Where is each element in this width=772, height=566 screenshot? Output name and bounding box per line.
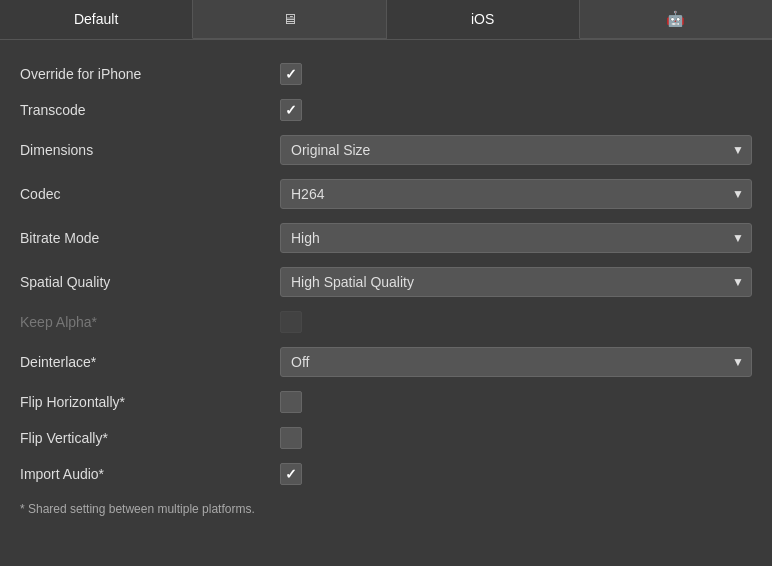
select-codec[interactable]: H264 H265 ProRes xyxy=(280,179,752,209)
row-dimensions: Dimensions Original Size Custom 720p 108… xyxy=(20,128,752,172)
control-dimensions: Original Size Custom 720p 1080p ▼ xyxy=(280,135,752,165)
row-import-audio: Import Audio* xyxy=(20,456,752,492)
checkbox-flip-horizontally[interactable] xyxy=(280,391,302,413)
tab-default-label: Default xyxy=(74,11,118,27)
control-keep-alpha xyxy=(280,311,752,333)
label-deinterlace: Deinterlace* xyxy=(20,354,280,370)
row-flip-vertically: Flip Vertically* xyxy=(20,420,752,456)
checkbox-import-audio[interactable] xyxy=(280,463,302,485)
label-override-iphone: Override for iPhone xyxy=(20,66,280,82)
control-import-audio xyxy=(280,463,752,485)
row-codec: Codec H264 H265 ProRes ▼ xyxy=(20,172,752,216)
control-flip-horizontally xyxy=(280,391,752,413)
row-spatial-quality: Spatial Quality High Spatial Quality Med… xyxy=(20,260,752,304)
row-keep-alpha: Keep Alpha* xyxy=(20,304,752,340)
tab-monitor[interactable] xyxy=(193,0,386,39)
control-bitrate-mode: High Medium Low ▼ xyxy=(280,223,752,253)
label-flip-horizontally: Flip Horizontally* xyxy=(20,394,280,410)
row-flip-horizontally: Flip Horizontally* xyxy=(20,384,752,420)
settings-panel: Override for iPhone Transcode Dimensions… xyxy=(0,40,772,566)
row-transcode: Transcode xyxy=(20,92,752,128)
checkbox-flip-vertically[interactable] xyxy=(280,427,302,449)
checkbox-transcode[interactable] xyxy=(280,99,302,121)
checkbox-keep-alpha xyxy=(280,311,302,333)
row-deinterlace: Deinterlace* Off On ▼ xyxy=(20,340,752,384)
row-bitrate-mode: Bitrate Mode High Medium Low ▼ xyxy=(20,216,752,260)
row-override-iphone: Override for iPhone xyxy=(20,56,752,92)
tab-default[interactable]: Default xyxy=(0,0,193,39)
select-dimensions[interactable]: Original Size Custom 720p 1080p xyxy=(280,135,752,165)
label-bitrate-mode: Bitrate Mode xyxy=(20,230,280,246)
select-bitrate-mode[interactable]: High Medium Low xyxy=(280,223,752,253)
checkbox-override-iphone[interactable] xyxy=(280,63,302,85)
control-codec: H264 H265 ProRes ▼ xyxy=(280,179,752,209)
control-flip-vertically xyxy=(280,427,752,449)
label-flip-vertically: Flip Vertically* xyxy=(20,430,280,446)
label-keep-alpha: Keep Alpha* xyxy=(20,314,280,330)
tab-bar: Default iOS xyxy=(0,0,772,40)
label-transcode: Transcode xyxy=(20,102,280,118)
select-deinterlace[interactable]: Off On xyxy=(280,347,752,377)
label-spatial-quality: Spatial Quality xyxy=(20,274,280,290)
control-transcode xyxy=(280,99,752,121)
control-deinterlace: Off On ▼ xyxy=(280,347,752,377)
tab-ios[interactable]: iOS xyxy=(387,0,580,39)
select-spatial-quality[interactable]: High Spatial Quality Medium Spatial Qual… xyxy=(280,267,752,297)
tab-android[interactable] xyxy=(580,0,772,39)
label-codec: Codec xyxy=(20,186,280,202)
control-spatial-quality: High Spatial Quality Medium Spatial Qual… xyxy=(280,267,752,297)
tab-ios-label: iOS xyxy=(471,11,494,27)
label-import-audio: Import Audio* xyxy=(20,466,280,482)
footer-note: * Shared setting between multiple platfo… xyxy=(20,492,752,520)
label-dimensions: Dimensions xyxy=(20,142,280,158)
monitor-icon xyxy=(282,10,297,28)
android-icon xyxy=(666,10,685,28)
control-override-iphone xyxy=(280,63,752,85)
